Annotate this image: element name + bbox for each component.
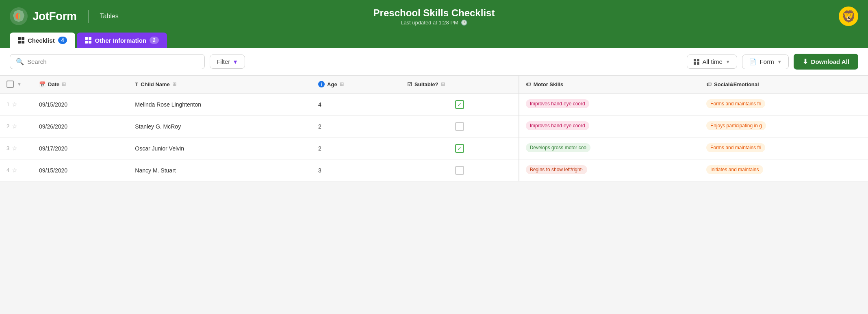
filter-button[interactable]: Filter ▼ xyxy=(210,55,245,69)
cell-motor-skills: Develops gross motor coo xyxy=(519,137,700,159)
motor-skills-tag: Improves hand-eye coord xyxy=(526,99,589,108)
tag-icon-motor: 🏷 xyxy=(526,81,531,87)
tables-label: Tables xyxy=(100,13,119,20)
tab-checklist-badge: 4 xyxy=(58,37,67,44)
table-container: ▼ 📅 Date ⊞ T Child Name ⊞ xyxy=(0,76,868,181)
motor-skills-tag: Develops gross motor coo xyxy=(526,143,590,152)
search-icon: 🔍 xyxy=(16,58,24,65)
download-label: Download All xyxy=(811,58,849,65)
form-icon: 📄 xyxy=(749,58,757,65)
header-divider xyxy=(88,10,89,23)
calendar-grid-icon xyxy=(694,59,699,65)
suitable-checked[interactable]: ✓ xyxy=(455,100,464,109)
star-icon[interactable]: ☆ xyxy=(12,144,17,152)
social-emotional-tag: Initiates and maintains xyxy=(706,165,763,174)
th-child-name-label: Child Name xyxy=(141,81,170,87)
star-icon[interactable]: ☆ xyxy=(12,100,17,108)
th-date[interactable]: 📅 Date ⊞ xyxy=(33,76,128,93)
cell-child-name: Stanley G. McRoy xyxy=(128,116,312,137)
tab-other-badge: 2 xyxy=(150,37,159,44)
th-row-controls: ▼ xyxy=(0,76,33,93)
suitable-unchecked[interactable] xyxy=(455,122,464,131)
search-box[interactable]: 🔍 xyxy=(10,54,205,69)
cell-age: 2 xyxy=(312,116,401,137)
star-icon[interactable]: ☆ xyxy=(12,166,17,174)
table-row: 3 ☆ 09/17/2020 Oscar Junior Velvin 2 ✓ D… xyxy=(0,137,868,159)
select-all-checkbox[interactable] xyxy=(7,81,14,88)
avatar[interactable]: 🦁 xyxy=(839,7,858,26)
table-row: 2 ☆ 09/26/2020 Stanley G. McRoy 2 Improv… xyxy=(0,116,868,137)
row-number: 3 xyxy=(7,145,9,151)
cell-social-emotional: Enjoys participating in g xyxy=(700,116,868,137)
last-updated: Last updated at 1:28 PM 🕐 xyxy=(373,20,495,26)
cell-social-emotional: Forms and maintains fri xyxy=(700,137,868,159)
cell-age: 3 xyxy=(312,159,401,181)
cell-child-name: Melinda Rose Linghtenton xyxy=(128,93,312,116)
chevron-down-icon: ▼ xyxy=(726,59,730,64)
logo-area: JotForm Tables xyxy=(10,7,119,25)
form-label: Form xyxy=(760,58,774,65)
sort-icon-name[interactable]: ⊞ xyxy=(172,81,176,87)
toolbar: 🔍 Filter ▼ All time ▼ 📄 Form ▼ ⬇ Downloa… xyxy=(0,48,868,76)
filter-label: Filter xyxy=(217,58,230,65)
row-controls: 4 ☆ xyxy=(0,159,33,181)
cell-social-emotional: Forms and maintains fri xyxy=(700,93,868,116)
cell-child-name: Nancy M. Stuart xyxy=(128,159,312,181)
suitable-checked[interactable]: ✓ xyxy=(455,144,464,153)
cell-age: 4 xyxy=(312,93,401,116)
tab-checklist[interactable]: Checklist 4 xyxy=(10,33,75,48)
th-child-name[interactable]: T Child Name ⊞ xyxy=(128,76,312,93)
th-suitable-label: Suitable? xyxy=(414,81,438,87)
cell-social-emotional: Initiates and maintains xyxy=(700,159,868,181)
th-age[interactable]: i Age ⊞ xyxy=(312,76,401,93)
row-controls: 3 ☆ xyxy=(0,137,33,159)
row-number: 2 xyxy=(7,123,9,129)
download-icon: ⬇ xyxy=(803,58,808,65)
th-social-label: Social&Emotional xyxy=(714,81,759,87)
row-chevron[interactable]: ▼ xyxy=(17,82,22,87)
sort-icon-age[interactable]: ⊞ xyxy=(340,81,344,87)
row-number: 4 xyxy=(7,167,9,173)
filter-icon: ▼ xyxy=(232,59,238,65)
suitable-unchecked[interactable] xyxy=(455,166,464,175)
social-emotional-tag: Enjoys participating in g xyxy=(706,121,766,130)
jotform-logo-icon xyxy=(10,7,28,25)
tab-other-label: Other Information xyxy=(95,37,146,44)
row-controls: 2 ☆ xyxy=(0,116,33,137)
cell-date: 09/15/2020 xyxy=(33,159,128,181)
cell-age: 2 xyxy=(312,137,401,159)
app-header: JotForm Tables Preschool Skills Checklis… xyxy=(0,0,868,33)
social-emotional-tag: Forms and maintains fri xyxy=(706,99,765,108)
search-input[interactable] xyxy=(27,58,199,65)
cell-date: 09/17/2020 xyxy=(33,137,128,159)
clock-icon: 🕐 xyxy=(461,20,467,26)
all-time-dropdown[interactable]: All time ▼ xyxy=(687,55,737,69)
motor-skills-tag: Improves hand-eye coord xyxy=(526,121,589,130)
cell-motor-skills: Improves hand-eye coord xyxy=(519,93,700,116)
cell-motor-skills: Improves hand-eye coord xyxy=(519,116,700,137)
page-title: Preschool Skills Checklist xyxy=(373,7,495,19)
cell-child-name: Oscar Junior Velvin xyxy=(128,137,312,159)
download-all-button[interactable]: ⬇ Download All xyxy=(794,54,858,70)
tabs-bar: Checklist 4 Other Information 2 xyxy=(0,33,868,48)
cell-motor-skills: Begins to show left/right- xyxy=(519,159,700,181)
calendar-icon: 📅 xyxy=(39,81,46,87)
social-emotional-tag: Forms and maintains fri xyxy=(706,143,765,152)
checkbox-icon: ☑ xyxy=(407,81,412,87)
tab-grid-icon-other xyxy=(85,37,91,44)
chevron-down-icon-2: ▼ xyxy=(777,59,782,64)
form-dropdown[interactable]: 📄 Form ▼ xyxy=(742,55,789,69)
th-suitable[interactable]: ☑ Suitable? ⊞ xyxy=(401,76,519,93)
th-motor-skills[interactable]: 🏷 Motor Skills xyxy=(519,76,700,93)
sort-icon-date[interactable]: ⊞ xyxy=(62,81,66,87)
tab-grid-icon-checklist xyxy=(18,37,24,44)
star-icon[interactable]: ☆ xyxy=(12,122,17,130)
sort-icon-suitable[interactable]: ⊞ xyxy=(441,81,445,87)
th-social-emotional[interactable]: 🏷 Social&Emotional xyxy=(700,76,868,93)
cell-suitable: ✓ xyxy=(401,93,519,116)
cell-date: 09/26/2020 xyxy=(33,116,128,137)
cell-suitable xyxy=(401,116,519,137)
tab-other-information[interactable]: Other Information 2 xyxy=(77,33,167,48)
tab-checklist-label: Checklist xyxy=(28,37,55,44)
th-date-label: Date xyxy=(48,81,59,87)
